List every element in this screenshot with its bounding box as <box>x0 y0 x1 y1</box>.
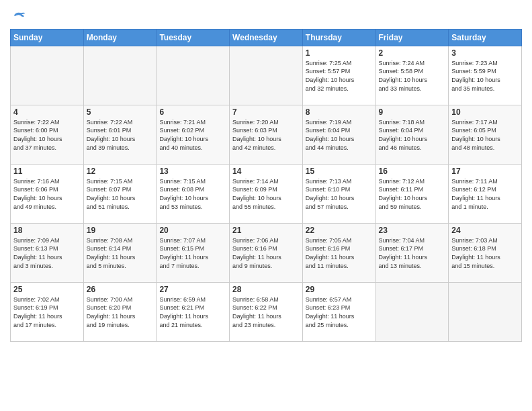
calendar-cell: 27Sunrise: 6:59 AM Sunset: 6:21 PM Dayli… <box>157 282 230 341</box>
calendar-cell: 8Sunrise: 7:19 AM Sunset: 6:04 PM Daylig… <box>302 105 375 164</box>
calendar-cell: 3Sunrise: 7:23 AM Sunset: 5:59 PM Daylig… <box>449 46 522 105</box>
calendar-cell: 15Sunrise: 7:13 AM Sunset: 6:10 PM Dayli… <box>302 164 375 223</box>
calendar-cell: 5Sunrise: 7:22 AM Sunset: 6:01 PM Daylig… <box>83 105 157 164</box>
day-number: 17 <box>451 167 519 176</box>
day-number: 18 <box>13 226 81 235</box>
weekday-saturday: Saturday <box>449 29 522 46</box>
weekday-thursday: Thursday <box>302 29 375 46</box>
day-info: Sunrise: 7:17 AM Sunset: 6:05 PM Dayligh… <box>451 118 519 152</box>
weekday-tuesday: Tuesday <box>157 29 230 46</box>
calendar-cell: 18Sunrise: 7:09 AM Sunset: 6:13 PM Dayli… <box>11 223 84 282</box>
calendar-cell: 11Sunrise: 7:16 AM Sunset: 6:06 PM Dayli… <box>11 164 84 223</box>
day-info: Sunrise: 7:08 AM Sunset: 6:14 PM Dayligh… <box>87 236 154 270</box>
day-number: 14 <box>232 167 300 176</box>
calendar-cell: 16Sunrise: 7:12 AM Sunset: 6:11 PM Dayli… <box>375 164 449 223</box>
calendar-cell: 13Sunrise: 7:15 AM Sunset: 6:08 PM Dayli… <box>157 164 230 223</box>
calendar-cell <box>11 46 84 105</box>
calendar-cell: 25Sunrise: 7:02 AM Sunset: 6:19 PM Dayli… <box>11 282 84 341</box>
day-info: Sunrise: 7:21 AM Sunset: 6:02 PM Dayligh… <box>159 118 226 152</box>
day-info: Sunrise: 7:13 AM Sunset: 6:10 PM Dayligh… <box>306 177 373 211</box>
day-number: 28 <box>232 285 300 294</box>
day-info: Sunrise: 7:22 AM Sunset: 6:00 PM Dayligh… <box>13 118 81 152</box>
day-info: Sunrise: 7:20 AM Sunset: 6:03 PM Dayligh… <box>232 118 300 152</box>
day-info: Sunrise: 7:07 AM Sunset: 6:15 PM Dayligh… <box>159 236 226 270</box>
day-number: 12 <box>87 167 154 176</box>
day-number: 5 <box>87 107 154 117</box>
day-info: Sunrise: 7:14 AM Sunset: 6:09 PM Dayligh… <box>232 177 300 211</box>
calendar-cell <box>230 46 303 105</box>
week-row-3: 11Sunrise: 7:16 AM Sunset: 6:06 PM Dayli… <box>11 164 522 223</box>
day-number: 24 <box>451 226 519 235</box>
calendar-cell <box>449 282 522 341</box>
page-container: SundayMondayTuesdayWednesdayThursdayFrid… <box>0 0 532 345</box>
day-number: 15 <box>306 167 373 176</box>
day-info: Sunrise: 7:03 AM Sunset: 6:18 PM Dayligh… <box>451 236 519 270</box>
day-info: Sunrise: 7:02 AM Sunset: 6:19 PM Dayligh… <box>13 295 81 329</box>
day-number: 23 <box>379 226 446 235</box>
week-row-4: 18Sunrise: 7:09 AM Sunset: 6:13 PM Dayli… <box>11 223 522 282</box>
calendar-cell: 21Sunrise: 7:06 AM Sunset: 6:16 PM Dayli… <box>230 223 303 282</box>
day-info: Sunrise: 6:58 AM Sunset: 6:22 PM Dayligh… <box>232 295 300 329</box>
day-number: 27 <box>159 285 226 294</box>
calendar-cell: 7Sunrise: 7:20 AM Sunset: 6:03 PM Daylig… <box>230 105 303 164</box>
day-number: 6 <box>159 107 226 117</box>
day-info: Sunrise: 7:15 AM Sunset: 6:08 PM Dayligh… <box>159 177 226 211</box>
calendar-cell: 17Sunrise: 7:11 AM Sunset: 6:12 PM Dayli… <box>449 164 522 223</box>
calendar-cell <box>375 282 449 341</box>
day-info: Sunrise: 7:11 AM Sunset: 6:12 PM Dayligh… <box>451 177 519 211</box>
calendar-cell: 24Sunrise: 7:03 AM Sunset: 6:18 PM Dayli… <box>449 223 522 282</box>
weekday-wednesday: Wednesday <box>230 29 303 46</box>
day-info: Sunrise: 7:23 AM Sunset: 5:59 PM Dayligh… <box>451 59 519 93</box>
calendar-cell: 23Sunrise: 7:04 AM Sunset: 6:17 PM Dayli… <box>375 223 449 282</box>
day-info: Sunrise: 6:59 AM Sunset: 6:21 PM Dayligh… <box>159 295 226 329</box>
weekday-sunday: Sunday <box>11 29 84 46</box>
calendar-cell: 19Sunrise: 7:08 AM Sunset: 6:14 PM Dayli… <box>83 223 157 282</box>
calendar-cell: 12Sunrise: 7:15 AM Sunset: 6:07 PM Dayli… <box>83 164 157 223</box>
weekday-friday: Friday <box>375 29 449 46</box>
week-row-5: 25Sunrise: 7:02 AM Sunset: 6:19 PM Dayli… <box>11 282 522 341</box>
calendar-cell <box>83 46 157 105</box>
weekday-monday: Monday <box>83 29 157 46</box>
day-number: 4 <box>13 107 81 117</box>
day-number: 25 <box>13 285 81 294</box>
logo <box>10 9 26 25</box>
day-info: Sunrise: 7:00 AM Sunset: 6:20 PM Dayligh… <box>87 295 154 329</box>
day-info: Sunrise: 7:25 AM Sunset: 5:57 PM Dayligh… <box>306 59 373 93</box>
calendar-cell: 10Sunrise: 7:17 AM Sunset: 6:05 PM Dayli… <box>449 105 522 164</box>
day-number: 2 <box>379 48 446 58</box>
calendar-cell: 4Sunrise: 7:22 AM Sunset: 6:00 PM Daylig… <box>11 105 84 164</box>
day-number: 20 <box>159 226 226 235</box>
calendar-cell: 2Sunrise: 7:24 AM Sunset: 5:58 PM Daylig… <box>375 46 449 105</box>
day-number: 7 <box>232 107 300 117</box>
day-number: 19 <box>87 226 154 235</box>
day-number: 3 <box>451 48 519 58</box>
day-number: 21 <box>232 226 300 235</box>
logo-bird-icon <box>11 9 26 21</box>
header <box>10 7 522 25</box>
day-info: Sunrise: 7:09 AM Sunset: 6:13 PM Dayligh… <box>13 236 81 270</box>
day-info: Sunrise: 7:05 AM Sunset: 6:16 PM Dayligh… <box>306 236 373 270</box>
calendar-cell: 26Sunrise: 7:00 AM Sunset: 6:20 PM Dayli… <box>83 282 157 341</box>
day-info: Sunrise: 7:15 AM Sunset: 6:07 PM Dayligh… <box>87 177 154 211</box>
day-number: 8 <box>306 107 373 117</box>
day-info: Sunrise: 7:24 AM Sunset: 5:58 PM Dayligh… <box>379 59 446 93</box>
weekday-header-row: SundayMondayTuesdayWednesdayThursdayFrid… <box>11 29 522 46</box>
day-info: Sunrise: 7:16 AM Sunset: 6:06 PM Dayligh… <box>13 177 81 211</box>
logo-text <box>10 9 26 25</box>
day-number: 26 <box>87 285 154 294</box>
calendar-cell: 9Sunrise: 7:18 AM Sunset: 6:04 PM Daylig… <box>375 105 449 164</box>
week-row-2: 4Sunrise: 7:22 AM Sunset: 6:00 PM Daylig… <box>11 105 522 164</box>
calendar-cell: 22Sunrise: 7:05 AM Sunset: 6:16 PM Dayli… <box>302 223 375 282</box>
calendar-table: SundayMondayTuesdayWednesdayThursdayFrid… <box>10 29 522 342</box>
calendar-cell: 14Sunrise: 7:14 AM Sunset: 6:09 PM Dayli… <box>230 164 303 223</box>
calendar-cell: 20Sunrise: 7:07 AM Sunset: 6:15 PM Dayli… <box>157 223 230 282</box>
day-number: 1 <box>306 48 373 58</box>
day-info: Sunrise: 7:06 AM Sunset: 6:16 PM Dayligh… <box>232 236 300 270</box>
day-number: 29 <box>306 285 373 294</box>
day-number: 16 <box>379 167 446 176</box>
calendar-cell <box>157 46 230 105</box>
day-info: Sunrise: 6:57 AM Sunset: 6:23 PM Dayligh… <box>306 295 373 329</box>
day-number: 9 <box>379 107 446 117</box>
day-number: 11 <box>13 167 81 176</box>
day-number: 10 <box>451 107 519 117</box>
